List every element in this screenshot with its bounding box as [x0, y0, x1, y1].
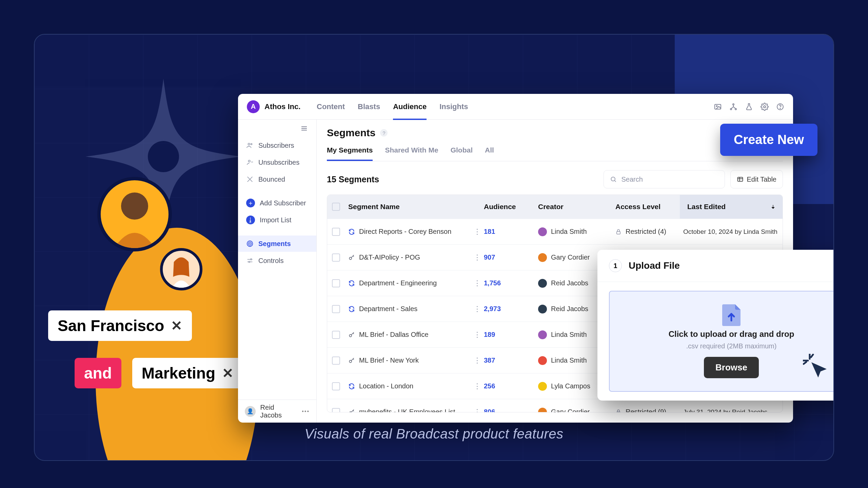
col-creator[interactable]: Creator — [535, 203, 612, 211]
select-all-checkbox[interactable] — [332, 203, 340, 211]
edit-table-button[interactable]: Edit Table — [730, 170, 783, 188]
col-access-level[interactable]: Access Level — [612, 203, 680, 211]
creator-name: Gary Cordier — [551, 408, 590, 412]
nav-blasts[interactable]: Blasts — [358, 94, 380, 120]
row-menu-icon[interactable]: ⋯ — [473, 254, 482, 261]
target-icon — [246, 240, 254, 247]
tab-my-segments[interactable]: My Segments — [327, 146, 373, 161]
last-edited: July 31, 2024 by Reid Jacobs — [683, 408, 767, 413]
audience-count[interactable]: 806 — [484, 408, 495, 412]
nav-content[interactable]: Content — [317, 94, 345, 120]
row-checkbox[interactable] — [332, 253, 340, 262]
svg-point-22 — [349, 257, 352, 260]
row-checkbox[interactable] — [332, 408, 340, 413]
upload-file-modal: 1 Upload File Click to upload or drag an… — [597, 250, 834, 401]
audience-count[interactable]: 2,973 — [484, 305, 501, 313]
creator-name: Linda Smith — [551, 228, 587, 236]
org-icon[interactable] — [729, 103, 737, 111]
sync-icon — [348, 306, 355, 312]
last-edited: October 10, 2024 by Linda Smith — [683, 228, 777, 236]
filter-tag-city[interactable]: San Francisco ✕ — [48, 310, 192, 341]
row-menu-icon[interactable]: ⋯ — [473, 305, 482, 313]
help-icon[interactable] — [776, 103, 784, 111]
lock-icon — [615, 229, 622, 235]
audience-count[interactable]: 181 — [484, 228, 495, 236]
more-icon[interactable]: ••• — [302, 408, 310, 414]
sidebar-item-subscribers[interactable]: Subscribers — [241, 137, 313, 154]
avatar-icon — [538, 382, 547, 391]
decorative-avatar-medium — [160, 248, 202, 290]
sidebar-item-bounced[interactable]: Bounced — [241, 171, 313, 187]
segment-name: mybenefits - UK Employees List — [359, 408, 455, 412]
segment-name: ML Brief - New York — [359, 357, 419, 364]
hamburger-icon[interactable] — [238, 120, 316, 137]
filter-tag-marketing[interactable]: Marketing ✕ — [132, 358, 243, 388]
sort-desc-icon — [770, 204, 776, 209]
help-icon[interactable]: ? — [380, 129, 388, 137]
audience-count[interactable]: 189 — [484, 331, 495, 339]
row-menu-icon[interactable]: ⋯ — [473, 228, 482, 236]
col-segment-name[interactable]: Segment Name — [345, 203, 470, 211]
upload-title: Upload File — [629, 260, 680, 271]
search-icon — [610, 176, 617, 183]
sidebar-footer-name: Reid Jacobs — [260, 404, 297, 419]
key-icon — [348, 331, 355, 338]
browse-button[interactable]: Browse — [704, 357, 759, 378]
sidebar-item-unsubscribes[interactable]: Unsubscribes — [241, 154, 313, 170]
sliders-icon — [246, 257, 254, 264]
audience-count[interactable]: 1,756 — [484, 279, 501, 287]
sidebar-footer-user[interactable]: 👤 Reid Jacobs ••• — [238, 400, 316, 423]
nav-insights[interactable]: Insights — [439, 94, 468, 120]
table-row[interactable]: Direct Reports - Corey Benson⋯181Linda S… — [327, 219, 783, 244]
row-menu-icon[interactable]: ⋯ — [473, 357, 482, 364]
sub-tabs: My Segments Shared With Me Global All — [327, 146, 783, 161]
search-placeholder: Search — [622, 176, 643, 183]
svg-point-12 — [251, 144, 252, 145]
col-audience[interactable]: Audience — [480, 203, 535, 211]
svg-point-10 — [780, 108, 781, 109]
nav-audience[interactable]: Audience — [393, 94, 427, 120]
audience-count[interactable]: 907 — [484, 253, 495, 261]
tab-all[interactable]: All — [485, 146, 494, 161]
row-checkbox[interactable] — [332, 279, 340, 287]
row-menu-icon[interactable]: ⋯ — [473, 383, 482, 390]
image-icon[interactable] — [714, 103, 722, 111]
creator-name: Reid Jacobs — [551, 305, 588, 313]
filter-tag-label: San Francisco — [58, 317, 164, 335]
row-menu-icon[interactable]: ⋯ — [473, 280, 482, 287]
audience-count[interactable]: 387 — [484, 357, 495, 364]
access-level: Restricted (4) — [626, 228, 666, 236]
sidebar-item-segments[interactable]: Segments — [238, 236, 316, 252]
brand[interactable]: A Athos Inc. — [247, 100, 317, 113]
row-menu-icon[interactable]: ⋯ — [473, 331, 482, 339]
filter-tag-label: Marketing — [142, 364, 215, 382]
row-checkbox[interactable] — [332, 382, 340, 390]
row-checkbox[interactable] — [332, 228, 340, 236]
close-icon[interactable]: ✕ — [171, 318, 182, 333]
row-checkbox[interactable] — [332, 305, 340, 313]
search-input[interactable]: Search — [604, 170, 725, 188]
flask-icon[interactable] — [745, 103, 753, 111]
svg-point-0 — [148, 141, 179, 172]
close-icon[interactable]: ✕ — [222, 365, 234, 381]
gear-icon[interactable] — [761, 103, 769, 111]
sidebar-item-import-list[interactable]: ⭳Import List — [241, 212, 313, 228]
create-new-button[interactable]: Create New — [720, 124, 817, 156]
audience-count[interactable]: 256 — [484, 382, 495, 390]
sidebar: Subscribers Unsubscribes Bounced ＋Add Su… — [238, 120, 317, 423]
tab-global[interactable]: Global — [451, 146, 473, 161]
sidebar-item-add-subscriber[interactable]: ＋Add Subscriber — [241, 195, 313, 211]
creator-name: Linda Smith — [551, 331, 587, 339]
upload-dropzone[interactable]: Click to upload or drag and drop .csv re… — [609, 291, 834, 392]
tab-shared-with-me[interactable]: Shared With Me — [385, 146, 438, 161]
row-checkbox[interactable] — [332, 331, 340, 339]
table-row[interactable]: mybenefits - UK Employees List⋯806Gary C… — [327, 399, 783, 412]
upload-circle-icon: ⭳ — [246, 216, 255, 224]
edit-table-label: Edit Table — [747, 176, 776, 183]
row-checkbox[interactable] — [332, 357, 340, 365]
table-icon — [737, 176, 744, 183]
sidebar-item-label: Add Subscriber — [260, 199, 306, 207]
col-last-edited[interactable]: Last Edited — [680, 195, 783, 219]
row-menu-icon[interactable]: ⋯ — [473, 408, 482, 413]
sidebar-item-controls[interactable]: Controls — [241, 252, 313, 269]
